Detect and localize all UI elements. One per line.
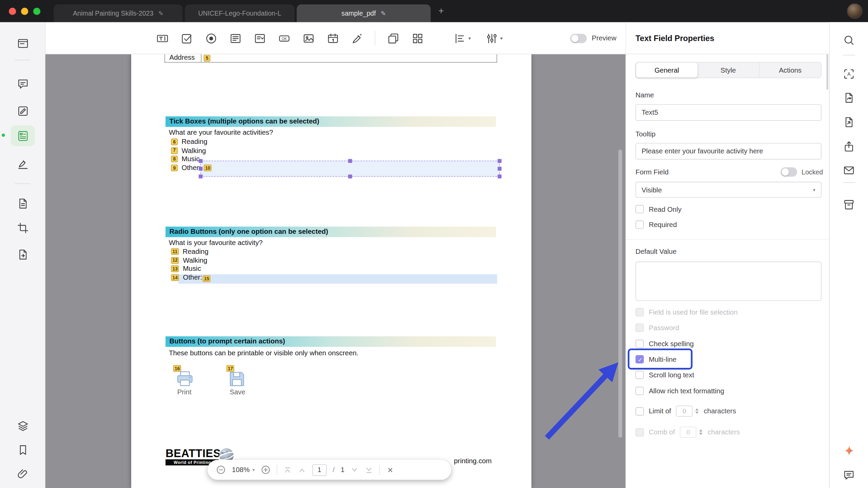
date-field-tool-button[interactable] xyxy=(323,29,342,48)
crop-tool-button[interactable] xyxy=(13,219,32,237)
limit-characters-checkbox[interactable]: Limit of characters xyxy=(635,406,736,417)
user-avatar[interactable] xyxy=(847,3,863,19)
combo-box-field-tool-button[interactable] xyxy=(250,29,269,48)
alignment-dropdown[interactable]: ▾ xyxy=(453,32,471,45)
stepper-down-icon[interactable] xyxy=(695,412,699,414)
document-tab-active[interactable]: sample_pdf ✎ xyxy=(297,4,431,22)
radio-option-row[interactable]: 13Music xyxy=(171,265,208,274)
resize-handle[interactable] xyxy=(498,174,501,178)
edit-pdf-button[interactable] xyxy=(13,102,32,119)
zoom-in-button[interactable] xyxy=(261,465,271,475)
other-text-form-field[interactable]: 15 xyxy=(178,274,497,284)
document-viewport[interactable]: Address 5 Tick Boxes (multiple options c… xyxy=(45,54,626,488)
new-tab-button[interactable]: + xyxy=(435,5,447,17)
resize-handle[interactable] xyxy=(348,174,352,178)
panel-scrollbar[interactable] xyxy=(827,54,828,90)
page-number-input[interactable] xyxy=(312,464,327,475)
bookmark-panel-button[interactable] xyxy=(13,441,32,459)
comment-tool-button[interactable] xyxy=(13,75,32,92)
checkbox-field-tool-button[interactable] xyxy=(177,29,196,48)
radio-option-row[interactable]: 11Reading xyxy=(171,247,208,256)
push-button-field-tool-button[interactable]: OK xyxy=(275,29,294,48)
prepare-form-button[interactable] xyxy=(11,125,35,146)
required-checkbox[interactable]: Required xyxy=(635,221,677,229)
address-form-field[interactable]: Address 5 xyxy=(164,54,497,62)
rename-tab-icon[interactable]: ✎ xyxy=(158,10,163,17)
checkbox-box[interactable] xyxy=(635,371,644,379)
stepper-up-icon[interactable] xyxy=(695,408,699,411)
duplicate-fields-button[interactable] xyxy=(383,29,402,48)
multi-line-checkbox[interactable]: Multi-line xyxy=(635,355,676,363)
resize-handle[interactable] xyxy=(199,159,202,163)
layout-grid-button[interactable] xyxy=(408,29,427,48)
checkbox-box[interactable] xyxy=(635,340,644,348)
resize-handle[interactable] xyxy=(199,167,202,170)
share-button[interactable] xyxy=(841,138,857,155)
convert-tool-button[interactable] xyxy=(13,245,32,263)
feedback-chat-button[interactable] xyxy=(841,467,857,483)
print-button-icon[interactable] xyxy=(174,371,195,387)
tick-option-row[interactable]: 7Walking xyxy=(171,146,207,155)
rename-tab-icon[interactable]: ✎ xyxy=(381,10,386,17)
resize-handle[interactable] xyxy=(199,174,202,178)
save-button-icon[interactable] xyxy=(229,371,245,387)
search-button[interactable] xyxy=(841,32,857,48)
minimize-window-button[interactable] xyxy=(21,8,28,15)
fullscreen-window-button[interactable] xyxy=(33,8,40,15)
next-page-button[interactable] xyxy=(351,466,359,474)
tick-option-row[interactable]: 6Reading xyxy=(171,137,207,146)
radio-button-field-tool-button[interactable] xyxy=(201,29,220,48)
default-value-textarea[interactable] xyxy=(635,262,822,301)
check-spelling-checkbox[interactable]: Check spelling xyxy=(635,340,694,348)
document-scrollbar[interactable] xyxy=(618,150,622,438)
document-tab-1[interactable]: Animal Painting Skills-2023 ✎ xyxy=(54,4,182,22)
limit-stepper[interactable] xyxy=(695,408,699,414)
image-field-tool-button[interactable] xyxy=(299,29,318,48)
checkbox-box[interactable] xyxy=(635,407,644,415)
tab-style[interactable]: Style xyxy=(697,62,759,77)
close-zoom-bar-button[interactable]: ✕ xyxy=(387,466,393,474)
field-tools-dropdown[interactable]: ▾ xyxy=(485,32,502,45)
zoom-out-button[interactable] xyxy=(216,465,226,475)
sign-tool-button[interactable] xyxy=(13,155,32,172)
preview-toggle[interactable] xyxy=(570,34,587,43)
limit-count-input[interactable] xyxy=(676,406,693,417)
document-tab-2[interactable]: UNICEF-Lego-Foundation-L xyxy=(185,4,294,22)
checkbox-box[interactable] xyxy=(635,221,644,229)
checkbox-box[interactable] xyxy=(635,205,644,213)
text-field-tool-button[interactable] xyxy=(153,29,172,48)
scroll-long-text-checkbox[interactable]: Scroll long text xyxy=(635,371,694,379)
checkbox-box[interactable] xyxy=(635,355,644,363)
layers-panel-button[interactable] xyxy=(13,417,32,434)
locked-toggle[interactable] xyxy=(781,167,797,177)
list-box-field-tool-button[interactable] xyxy=(226,29,245,48)
file-export-button[interactable] xyxy=(841,114,857,130)
checkbox-box[interactable] xyxy=(635,387,644,395)
zoom-level[interactable]: 108% xyxy=(232,466,250,474)
reader-mode-button[interactable] xyxy=(13,34,32,52)
attachment-panel-button[interactable] xyxy=(13,465,32,483)
email-button[interactable] xyxy=(841,162,857,179)
signature-field-tool-button[interactable] xyxy=(348,29,367,48)
first-page-button[interactable] xyxy=(283,466,292,474)
previous-page-button[interactable] xyxy=(298,466,306,474)
name-input[interactable] xyxy=(635,104,822,121)
last-page-button[interactable] xyxy=(365,466,373,474)
visibility-select[interactable]: Visible ▾ xyxy=(635,182,822,198)
tab-general[interactable]: General xyxy=(636,62,697,77)
file-convert-button[interactable] xyxy=(841,89,857,106)
ocr-button[interactable]: A xyxy=(841,65,857,82)
resize-handle[interactable] xyxy=(348,159,352,163)
tooltip-input[interactable] xyxy=(635,143,822,159)
radio-option-row[interactable]: 14Other: xyxy=(171,274,208,282)
ai-assistant-button[interactable] xyxy=(841,443,857,460)
selected-multiline-text-field[interactable]: 10 xyxy=(200,161,500,176)
chevron-down-icon[interactable]: ▾ xyxy=(252,467,255,472)
radio-option-row[interactable]: 12Walking xyxy=(171,256,208,265)
rich-text-checkbox[interactable]: Allow rich text formatting xyxy=(635,387,724,395)
resize-handle[interactable] xyxy=(498,167,501,170)
read-only-checkbox[interactable]: Read Only xyxy=(635,205,682,213)
organize-pages-button[interactable] xyxy=(13,194,32,212)
close-window-button[interactable] xyxy=(9,8,16,15)
resize-handle[interactable] xyxy=(498,159,501,163)
